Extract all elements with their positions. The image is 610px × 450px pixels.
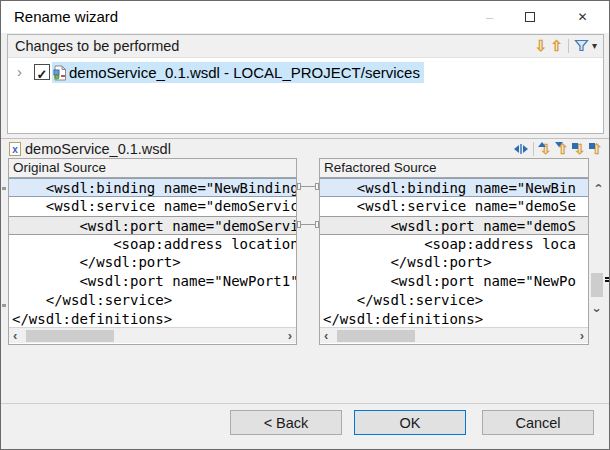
code-line: <wsdl:service name="demoSe: [320, 197, 588, 216]
code-line: </wsdl:service>: [320, 291, 588, 310]
rename-wizard-dialog: Rename wizard – ✕ Changes to be performe…: [0, 0, 610, 450]
code-line: <soap:address location: [9, 235, 296, 254]
refactored-source-header: Refactored Source: [320, 159, 588, 178]
expand-chevron-icon[interactable]: ›: [17, 63, 22, 80]
refactored-source-pane[interactable]: Refactored Source <wsdl:binding name="Ne…: [319, 158, 589, 345]
diff-overview-marker: [605, 280, 610, 282]
compare-file-label: demoService_0.1.wsdl: [25, 141, 171, 157]
code-line-current-diff: <wsdl:binding name="NewBin: [320, 178, 588, 197]
svg-text:x: x: [12, 144, 18, 155]
scroll-up-icon[interactable]: ›: [591, 178, 603, 193]
filter-menu-icon[interactable]: ▾: [592, 40, 597, 51]
changes-tree[interactable]: › ✓ demoService_0.1.wsdl - LOCAL_PROJECT…: [8, 58, 603, 133]
scroll-down-icon[interactable]: ›: [591, 303, 603, 318]
code-line: </wsdl:port>: [320, 253, 588, 272]
minimize-button[interactable]: –: [473, 1, 506, 33]
code-line: </wsdl:definitions>: [320, 310, 588, 327]
back-button[interactable]: < Back: [230, 410, 342, 435]
right-overview-ruler: [605, 177, 610, 319]
scroll-left-icon[interactable]: ‹: [13, 328, 17, 343]
tree-row[interactable]: › ✓ demoService_0.1.wsdl - LOCAL_PROJECT…: [8, 62, 603, 84]
code-line-current-diff: <wsdl:binding name="NewBinding: [9, 178, 296, 197]
tree-item-selection[interactable]: demoService_0.1.wsdl - LOCAL_PROJECT/ser…: [52, 62, 424, 83]
maximize-button[interactable]: [513, 1, 546, 33]
previous-difference-icon[interactable]: ⇧: [555, 140, 570, 157]
close-button[interactable]: ✕: [566, 1, 599, 33]
maximize-icon: [525, 12, 535, 22]
close-icon: ✕: [577, 10, 587, 24]
ok-button[interactable]: OK: [354, 410, 466, 435]
cancel-button[interactable]: Cancel: [482, 410, 594, 435]
filter-icon[interactable]: [574, 38, 589, 53]
scrollbar-thumb[interactable]: [26, 330, 114, 342]
change-checkbox[interactable]: ✓: [34, 64, 50, 80]
next-change-icon[interactable]: ⇩: [535, 37, 548, 54]
xml-file-icon: x: [9, 142, 21, 156]
diff-connector-tab: [297, 221, 301, 228]
scroll-left-icon[interactable]: ‹: [324, 328, 328, 343]
diff-overview-marker: [605, 277, 610, 279]
horizontal-scrollbar[interactable]: ‹ ›: [9, 327, 296, 343]
scroll-right-icon[interactable]: ›: [288, 328, 292, 343]
left-overview-ruler: [1, 158, 8, 345]
refactored-source-editor[interactable]: <wsdl:binding name="NewBin <wsdl:service…: [320, 178, 588, 327]
changes-panel-title: Changes to be performed: [15, 38, 179, 54]
scroll-right-icon[interactable]: ›: [580, 328, 584, 343]
code-line: <soap:address loca: [320, 235, 588, 254]
vertical-scrollbar[interactable]: › ›: [589, 177, 605, 319]
wsdl-file-icon: [53, 65, 67, 81]
swap-left-right-icon[interactable]: [513, 142, 529, 156]
toolbar-separator: [568, 39, 569, 53]
button-bar-separator: [1, 403, 609, 404]
scrollbar-thumb[interactable]: [591, 273, 603, 297]
tree-item-label: demoService_0.1.wsdl - LOCAL_PROJECT/ser…: [69, 64, 420, 81]
next-difference-icon[interactable]: ⇩: [538, 140, 553, 157]
code-line: <wsdl:port name="NewPo: [320, 272, 588, 291]
scrollbar-thumb[interactable]: [337, 330, 415, 342]
previous-change-icon[interactable]: ⇧: [589, 140, 604, 157]
title-bar: Rename wizard – ✕: [1, 1, 609, 33]
compare-header: x demoService_0.1.wsdl ⇩ ⇧: [1, 138, 609, 158]
original-source-editor[interactable]: <wsdl:binding name="NewBinding <wsdl:ser…: [9, 178, 296, 327]
original-source-pane[interactable]: Original Source <wsdl:binding name="NewB…: [8, 158, 297, 345]
diff-connector-tab: [297, 183, 301, 190]
original-source-header: Original Source: [9, 159, 296, 178]
horizontal-scrollbar[interactable]: ‹ ›: [320, 327, 588, 343]
changes-panel-header: Changes to be performed ⇩ ⇧ ▾: [8, 35, 603, 58]
diff-connector-column: [297, 158, 319, 345]
code-line-changed: <wsdl:port name="demoS: [320, 216, 588, 235]
previous-change-icon[interactable]: ⇧: [550, 37, 563, 54]
minimize-icon: –: [486, 10, 493, 25]
code-line: <wsdl:service name="demoServic: [9, 197, 296, 216]
next-change-icon[interactable]: ⇩: [572, 140, 587, 157]
window-title: Rename wizard: [14, 8, 118, 25]
code-line: <wsdl:port name="NewPort1": [9, 272, 296, 291]
diff-marker: [2, 304, 6, 307]
code-line: </wsdl:definitions>: [9, 310, 296, 327]
code-line: </wsdl:port>: [9, 253, 296, 272]
code-line-changed: <wsdl:port name="demoServi: [9, 216, 296, 235]
code-line: </wsdl:service>: [9, 291, 296, 310]
diff-marker: [2, 187, 6, 190]
checkmark-icon: ✓: [37, 67, 48, 82]
changes-panel: Changes to be performed ⇩ ⇧ ▾ › ✓: [7, 34, 604, 134]
toolbar-separator: [533, 142, 534, 156]
